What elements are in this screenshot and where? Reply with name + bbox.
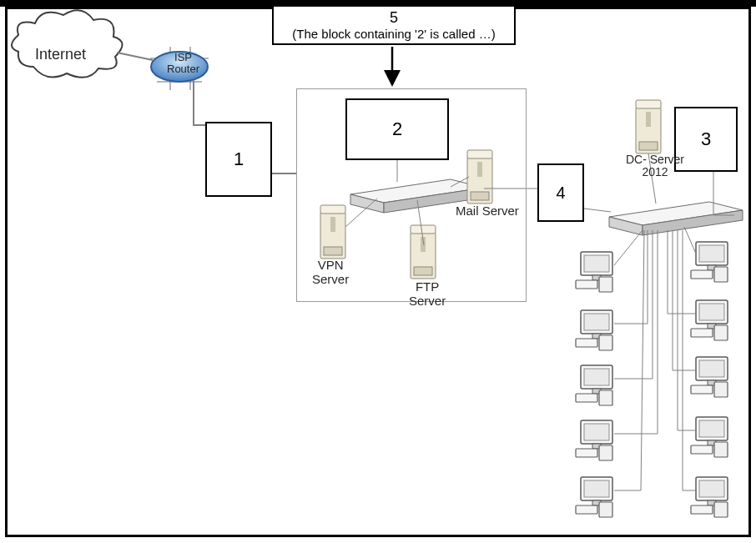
dc-label: DC- Server2012 — [626, 153, 684, 179]
pc-icon — [576, 365, 612, 405]
link-switch-pc — [614, 230, 658, 434]
ftp-label: FTPServer — [409, 280, 446, 308]
link-switch-pc — [614, 230, 653, 379]
mail-label: Mail Server — [456, 204, 519, 218]
pc-icon — [576, 252, 612, 292]
link-isp-box1 — [194, 80, 205, 125]
q3-number: 3 — [701, 128, 711, 150]
link-cloud-isp — [117, 53, 153, 60]
isp-label: ISPRouter — [167, 52, 199, 76]
internet-cloud-icon — [12, 10, 123, 78]
q5-caption: (The block containing '2' is called …) — [292, 27, 495, 41]
pc-icon — [691, 417, 728, 457]
link-switch-pc — [684, 227, 696, 254]
internet-label: Internet — [35, 46, 86, 63]
q1-number: 1 — [234, 148, 244, 170]
vpn-label: VPNServer — [312, 259, 349, 286]
diagram-stage: { "q5": {"line1":"5","line2":"(The block… — [0, 0, 756, 543]
link-switch-pc — [614, 230, 644, 490]
q5-number: 5 — [390, 9, 398, 27]
pc-icon — [576, 420, 612, 460]
pc-icon — [576, 477, 612, 517]
dc-server-icon — [636, 100, 661, 153]
question-5-box: 5 (The block containing '2' is called …) — [272, 5, 516, 45]
link-switch-pc — [673, 230, 696, 370]
link-box4-switch2 — [584, 209, 611, 212]
question-2-box: 2 — [345, 98, 449, 160]
pc-icon — [691, 300, 728, 340]
pc-icon — [691, 477, 728, 517]
link-switch-pc — [614, 230, 643, 265]
pc-icon — [576, 310, 612, 350]
pc-icon — [691, 357, 728, 397]
pc-icon — [691, 242, 728, 282]
q2-number: 2 — [392, 118, 402, 140]
question-1-box: 1 — [205, 122, 272, 197]
q4-number: 4 — [556, 184, 565, 203]
question-4-box: 4 — [537, 163, 584, 222]
lan-switch-icon — [609, 202, 743, 235]
